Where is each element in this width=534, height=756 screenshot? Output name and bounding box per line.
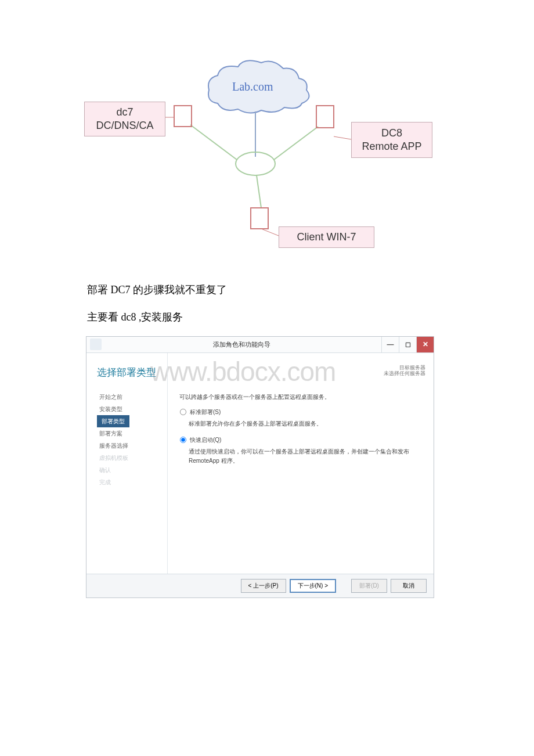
wizard-sidebar: 开始之前 安装类型 部署类型 部署方案 服务器选择 虚拟机模板 确认 完成 [86,353,168,574]
app-icon [90,339,102,350]
node-client-label: Client WIN-7 [297,231,356,244]
topology-diagram: Lab.com dc7 DC/DNS/CA DC8 Remote APP Cli… [87,41,447,267]
deploy-button: 部署(D) [351,579,387,593]
sidebar-item-complete: 完成 [97,476,167,488]
maximize-button[interactable]: ◻ [399,337,416,352]
sidebar-item-deploy-type[interactable]: 部署类型 [97,415,129,427]
sidebar-item-confirm: 确认 [97,464,167,476]
svg-line-8 [257,175,261,208]
svg-rect-3 [174,106,192,127]
node-dc8-name: DC8 [381,127,402,139]
sidebar-item-before-begin[interactable]: 开始之前 [97,391,167,403]
standard-deploy-desc: 标准部署允许你在多个服务器上部署远程桌面服务。 [189,419,423,429]
paragraph-1: 部署 DC7 的步骤我就不重复了 [87,282,447,298]
radio-standard-label: 标准部署(S) [190,408,221,417]
radio-standard-deploy[interactable]: 标准部署(S) [179,408,423,417]
sidebar-item-install-type[interactable]: 安装类型 [97,403,167,415]
next-button[interactable]: 下一步(N) > [290,579,337,593]
svg-line-5 [274,127,318,160]
radio-quick-start[interactable]: 快速启动(Q) [179,435,423,445]
sidebar-item-vm-template: 虚拟机模板 [97,452,167,464]
quick-start-desc: 通过使用快速启动，你可以在一个服务器上部署远程桌面服务，并创建一个集合和发布 R… [189,447,423,466]
wizard-main-pane: 可以跨越多个服务器或在一个服务器上配置远程桌面服务。 标准部署(S) 标准部署允… [168,353,434,574]
radio-quick-input[interactable] [180,437,186,443]
cloud-label: Lab.com [232,80,273,93]
button-bar: < 上一步(P) 下一步(N) > 部署(D) 取消 [86,574,434,597]
previous-button[interactable]: < 上一步(P) [241,579,286,593]
node-dc8-roles: Remote APP [362,141,421,152]
paragraph-2: 主要看 dc8 ,安装服务 [87,309,447,326]
node-client: Client WIN-7 [279,226,374,248]
svg-rect-9 [251,208,268,229]
wizard-dialog: 添加角色和功能向导 — ◻ ✕ www.bdocx.com 选择部署类型 目标服… [86,336,434,598]
svg-rect-6 [316,106,334,128]
minimize-button[interactable]: — [381,337,399,352]
cancel-button[interactable]: 取消 [391,579,427,593]
radio-quick-label: 快速启动(Q) [190,435,221,445]
sidebar-item-server-select[interactable]: 服务器选择 [97,440,167,452]
intro-text: 可以跨越多个服务器或在一个服务器上配置远程桌面服务。 [179,393,423,402]
close-button[interactable]: ✕ [416,337,434,352]
node-dc8: DC8 Remote APP [351,122,432,158]
sidebar-item-deploy-plan[interactable]: 部署方案 [97,427,167,440]
svg-line-7 [334,136,351,139]
svg-line-2 [190,125,237,160]
node-dc7: dc7 DC/DNS/CA [84,102,165,136]
radio-standard-input[interactable] [180,409,186,415]
titlebar[interactable]: 添加角色和功能向导 — ◻ ✕ [86,337,434,353]
node-dc7-roles: DC/DNS/CA [96,120,153,131]
dialog-title: 添加角色和功能向导 [102,340,381,349]
node-dc7-name: dc7 [116,106,133,118]
